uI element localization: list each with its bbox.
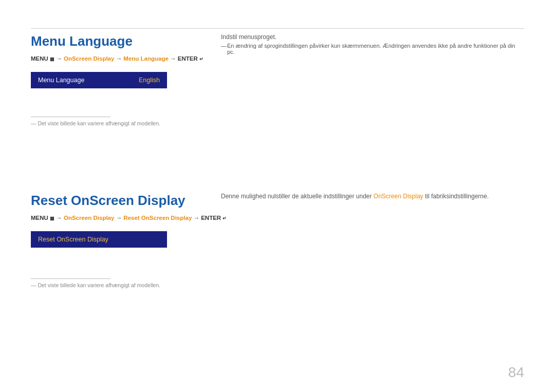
section2-divider [31, 278, 110, 279]
menu-path-item1-s2: OnScreen Display [64, 215, 114, 221]
section1-menu-path: MENU ▦ → OnScreen Display → Menu Languag… [31, 55, 524, 62]
section1-desc-main: Indstil menusproget. [221, 33, 524, 41]
menu-path-arrow1-s2: → [56, 215, 64, 221]
menu-path-prefix: MENU [31, 55, 48, 62]
section-reset: Reset OnScreen Display MENU ▦ → OnScreen… [31, 193, 524, 288]
section1-footnote: Det viste billede kan variere afhængigt … [31, 120, 524, 126]
menu-path-item2-s2: Reset OnScreen Display [123, 215, 192, 221]
menu-path-item2-s1: Menu Language [123, 55, 169, 62]
page-number: 84 [508, 364, 524, 381]
section2-description: Denne mulighed nulstiller de aktuelle in… [221, 193, 524, 200]
menu-path-arrow2-s2: → [116, 215, 124, 221]
section1-ui-label: Menu Language [38, 77, 84, 84]
section1-description: Indstil menusproget. En ændring af sprog… [221, 33, 524, 55]
section2-footnote: Det viste billede kan variere afhængigt … [31, 282, 524, 288]
section1-ui-value: English [139, 77, 160, 84]
menu-path-suffix-s2: ENTER [201, 215, 221, 221]
menu-path-arrow3-s1: → [170, 55, 178, 62]
section1-ui-mockup: Menu Language English [31, 72, 167, 88]
menu-path-arrow1: → [56, 55, 64, 62]
section1-desc-note: En ændring af sprogindstillingen påvirke… [221, 43, 524, 55]
page-container: Menu Language MENU ▦ → OnScreen Display … [0, 0, 555, 392]
section2-desc-main: Denne mulighed nulstiller de aktuelle in… [221, 193, 372, 200]
section2-menu-path: MENU ▦ → OnScreen Display → Reset OnScre… [31, 215, 524, 221]
section2-desc-text: Denne mulighed nulstiller de aktuelle in… [221, 193, 524, 200]
section1-divider [31, 117, 110, 117]
menu-path-arrow3-s2: → [193, 215, 201, 221]
menu-path-arrow2-s1: → [116, 55, 124, 62]
section2-ui-mockup: Reset OnScreen Display [31, 231, 167, 248]
section2-desc-highlight: OnScreen Display [374, 193, 423, 200]
section2-ui-label: Reset OnScreen Display [38, 236, 108, 243]
menu-path-item1-s1: OnScreen Display [64, 55, 114, 62]
section2-desc-suffix: til fabriksindstillingerne. [425, 193, 489, 200]
menu-path-prefix-s2: MENU [31, 215, 48, 221]
top-divider-line [31, 28, 524, 29]
menu-path-suffix-s1: ENTER [178, 55, 198, 62]
